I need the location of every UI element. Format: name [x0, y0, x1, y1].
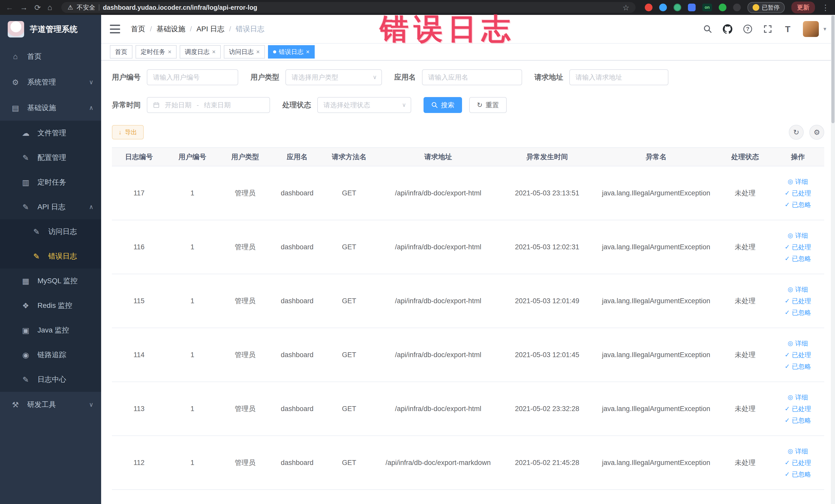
fullscreen-icon[interactable]	[763, 24, 773, 34]
sidebar-toggle-icon[interactable]	[110, 25, 120, 33]
forward-icon[interactable]: →	[20, 3, 28, 12]
sidebar-item-redis-monitor[interactable]: ❖ Redis 监控	[0, 293, 101, 318]
caret-down-icon[interactable]: ▾	[823, 26, 826, 32]
scrollbar-thumb[interactable]	[831, 15, 834, 123]
sidebar-item-java-monitor[interactable]: ▣ Java 监控	[0, 318, 101, 343]
check-icon: ✓	[785, 189, 790, 197]
cell-app-name: dashboard	[271, 189, 323, 197]
cell-status: 未处理	[719, 242, 771, 251]
sidebar-item-config-mgmt[interactable]: ✎ 配置管理	[0, 145, 101, 170]
tab-home[interactable]: 首页	[110, 45, 133, 59]
address-bar[interactable]: ⚠ 不安全 dashboard.yudao.iocoder.cn/infra/l…	[61, 2, 635, 13]
extension-leaf-icon[interactable]	[719, 4, 727, 11]
request-url-input[interactable]	[569, 69, 668, 85]
detail-link[interactable]: ◎ 详细	[788, 231, 808, 240]
update-button[interactable]: 更新	[791, 2, 815, 13]
sidebar-item-error-log[interactable]: ✎ 错误日志	[0, 244, 101, 268]
app-name-input[interactable]	[422, 69, 522, 85]
detail-link[interactable]: ◎ 详细	[788, 447, 808, 456]
edit-icon: ✎	[31, 252, 42, 261]
close-icon[interactable]: ×	[306, 48, 309, 56]
date-range-picker[interactable]: 开始日期 - 结束日期	[147, 97, 270, 113]
extension-red-icon[interactable]	[645, 4, 652, 11]
mark-processed-link[interactable]: ✓ 已处理	[785, 459, 811, 467]
gear-icon: ⚙	[10, 78, 21, 87]
extension-vue-icon[interactable]	[674, 4, 681, 11]
search-button[interactable]: 搜索	[424, 97, 462, 113]
menu-label: 基础设施	[27, 103, 56, 113]
tab-error-log[interactable]: 错误日志 ×	[268, 45, 315, 59]
refresh-table-button[interactable]: ↻	[789, 125, 804, 140]
breadcrumb-api-log[interactable]: API 日志	[197, 24, 225, 34]
gear-icon: ⚙	[813, 128, 820, 137]
tab-schedule-log[interactable]: 调度日志 ×	[180, 45, 221, 59]
bookmark-star-icon[interactable]: ☆	[623, 3, 629, 12]
detail-link[interactable]: ◎ 详细	[788, 393, 808, 402]
detail-link[interactable]: ◎ 详细	[788, 339, 808, 348]
help-icon[interactable]: ?	[743, 24, 753, 34]
export-button[interactable]: ↓ 导出	[112, 125, 144, 139]
eye-icon: ◉	[21, 350, 31, 360]
extension-on-badge[interactable]: on	[702, 4, 712, 11]
menu-kebab-icon[interactable]: ⋮	[822, 3, 829, 12]
tab-timed-task[interactable]: 定时任务 ×	[136, 45, 177, 59]
browser-chrome: ← → ⟳ ⌂ ⚠ 不安全 dashboard.yudao.iocoder.cn…	[0, 0, 835, 15]
sidebar-item-infrastructure[interactable]: ▤ 基础设施 ∧	[0, 95, 101, 121]
mark-ignored-link[interactable]: ✓ 已忽略	[785, 362, 811, 371]
reload-icon[interactable]: ⟳	[34, 3, 41, 12]
breadcrumb-infrastructure[interactable]: 基础设施	[157, 24, 185, 34]
mark-processed-link[interactable]: ✓ 已处理	[785, 243, 811, 251]
close-icon[interactable]: ×	[212, 48, 216, 56]
close-icon[interactable]: ×	[256, 48, 260, 56]
extension-grid-icon[interactable]	[688, 4, 696, 11]
mark-ignored-link[interactable]: ✓ 已忽略	[785, 308, 811, 317]
detail-link[interactable]: ◎ 详细	[788, 177, 808, 186]
cell-request-url: /api/infra/db-doc/export-html	[375, 243, 501, 251]
sidebar-item-mysql-monitor[interactable]: ▦ MySQL 监控	[0, 268, 101, 293]
home-icon: ⌂	[10, 52, 21, 61]
mark-processed-link[interactable]: ✓ 已处理	[785, 405, 811, 413]
font-size-icon[interactable]: T	[783, 24, 793, 34]
mark-ignored-link[interactable]: ✓ 已忽略	[785, 416, 811, 425]
user-avatar[interactable]	[803, 21, 819, 37]
browser-home-icon[interactable]: ⌂	[47, 3, 52, 12]
sidebar-item-scheduled-jobs[interactable]: ▥ 定时任务	[0, 170, 101, 195]
sidebar-item-log-center[interactable]: ✎ 日志中心	[0, 367, 101, 392]
column-settings-button[interactable]: ⚙	[809, 125, 824, 140]
sidebar-item-api-log[interactable]: ✎ API 日志 ∧	[0, 195, 101, 219]
cell-status: 未处理	[719, 404, 771, 414]
github-icon[interactable]	[723, 24, 733, 34]
mark-processed-link[interactable]: ✓ 已处理	[785, 351, 811, 359]
extension-paw-icon[interactable]	[733, 4, 741, 11]
sidebar-item-system-mgmt[interactable]: ⚙ 系统管理 ∨	[0, 69, 101, 95]
mark-ignored-link[interactable]: ✓ 已忽略	[785, 201, 811, 209]
sidebar-item-home[interactable]: ⌂ 首页	[0, 44, 101, 69]
close-icon[interactable]: ×	[168, 48, 171, 56]
mark-ignored-link[interactable]: ✓ 已忽略	[785, 470, 811, 479]
detail-link[interactable]: ◎ 详细	[788, 285, 808, 294]
mark-ignored-link[interactable]: ✓ 已忽略	[785, 255, 811, 263]
status-select[interactable]: 请选择处理状态 ∨	[317, 97, 411, 113]
breadcrumb-home[interactable]: 首页	[131, 24, 145, 34]
url-text[interactable]: dashboard.yudao.iocoder.cn/infra/log/api…	[103, 4, 257, 11]
back-icon[interactable]: ←	[6, 3, 13, 12]
sidebar-item-file-mgmt[interactable]: ☁ 文件管理	[0, 121, 101, 145]
sidebar-item-access-log[interactable]: ✎ 访问日志	[0, 219, 101, 244]
smiley-icon	[753, 4, 759, 11]
sidebar-item-trace[interactable]: ◉ 链路追踪	[0, 343, 101, 367]
extension-drop-icon[interactable]	[659, 4, 667, 11]
paused-badge[interactable]: 已暂停	[748, 2, 785, 13]
chevron-down-icon: ∨	[89, 401, 94, 408]
menu-label: 错误日志	[48, 251, 77, 261]
page-scrollbar[interactable]	[831, 15, 835, 504]
user-id-input[interactable]	[147, 69, 238, 85]
app-logo[interactable]: 芋道管理系统	[0, 15, 101, 44]
mark-processed-link[interactable]: ✓ 已处理	[785, 297, 811, 305]
sidebar-item-dev-tools[interactable]: ⚒ 研发工具 ∨	[0, 392, 101, 418]
user-type-select[interactable]: 请选择用户类型 ∨	[285, 69, 382, 85]
reset-button[interactable]: ↻ 重置	[469, 97, 507, 113]
tab-access-log[interactable]: 访问日志 ×	[224, 45, 265, 59]
search-icon[interactable]	[703, 24, 713, 34]
grid-icon: ▦	[21, 277, 31, 285]
mark-processed-link[interactable]: ✓ 已处理	[785, 189, 811, 198]
